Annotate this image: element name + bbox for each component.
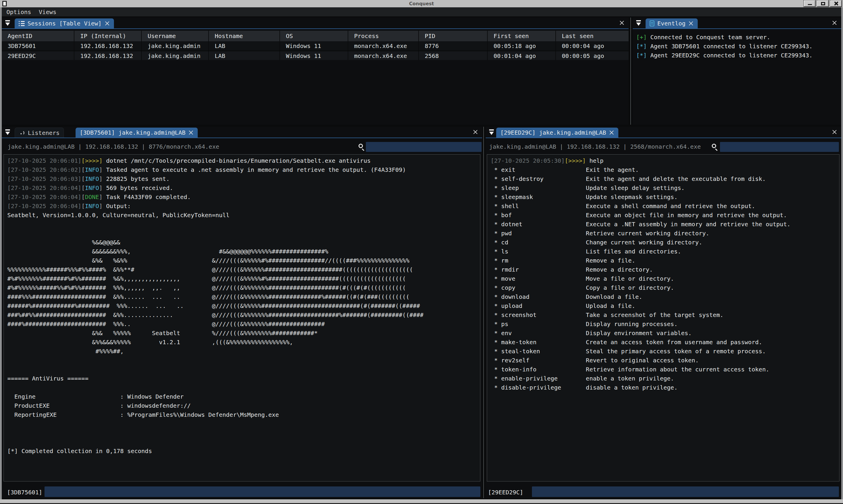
table-cell: monarch.x64.exe [348, 41, 418, 51]
minimize-button[interactable] [804, 0, 815, 7]
terminal-line: ReportingEXE : %ProgramFiles%\Windows De… [7, 410, 480, 419]
tab-close-icon[interactable] [105, 21, 110, 26]
column-header[interactable]: First seen [487, 31, 555, 41]
help-line: * self-destroy Exit the agent and delete… [491, 175, 839, 183]
tab-agent-3db75601[interactable]: [3DB75601] jake.king.admin@LAB [75, 128, 198, 138]
eventlog-icon [650, 20, 654, 26]
help-line: * ls List files and directories. [491, 247, 839, 256]
help-line: * pwd Retrieve current working directory… [491, 229, 839, 238]
search-input-right[interactable] [720, 142, 839, 152]
table-list-icon [19, 21, 24, 26]
table-cell: monarch.x64.exe [348, 51, 418, 60]
search-input-left[interactable] [366, 142, 481, 152]
help-line: * upload Upload a file. [491, 302, 839, 310]
table-cell: LAB [208, 51, 279, 60]
table-cell: Windows 11 [279, 51, 348, 60]
top-pane-divider[interactable] [630, 18, 631, 125]
help-line: * steal-token Steal the primary access t… [491, 347, 839, 356]
menubar: OptionsViews [2, 7, 841, 16]
window-bottom-border [0, 499, 843, 503]
column-header[interactable]: PID [418, 31, 487, 41]
help-line: * move Move a file or directory. [491, 274, 839, 283]
close-icon [833, 1, 838, 6]
terminal-line: Engine : Windows Defender [7, 392, 480, 401]
tab-agent-29eed29c[interactable]: [29EED29C] jake.king.admin@LAB [496, 128, 618, 138]
help-line: * cd Change current working directory. [491, 238, 839, 247]
terminal-line: [27-10-2025 20:06:04][INFO] Output: [7, 202, 480, 211]
minimize-icon [808, 4, 812, 5]
terminal-line [7, 419, 480, 429]
column-header[interactable]: AgentID [2, 31, 74, 41]
agent-right-pane-close-icon[interactable] [832, 129, 837, 134]
tab-label: Listeners [28, 129, 59, 137]
agent-left-pane-close-icon[interactable] [473, 129, 478, 134]
command-input-right[interactable] [532, 486, 839, 497]
terminal-line: [27-10-2025 20:06:01][>>>>] dotnet /mnt/… [7, 156, 480, 165]
collapse-chevron-icon[interactable] [635, 19, 643, 27]
tab-underline [486, 138, 841, 138]
column-header[interactable]: Hostname [208, 31, 279, 41]
column-header[interactable]: Username [141, 31, 208, 41]
terminal-line: #%#%%%%%%%#######%#%%####### %&%,,,,,,,,… [7, 274, 480, 283]
prompt-label-right: [29EED29C] [488, 489, 523, 496]
tab-eventlog[interactable]: Eventlog [646, 18, 698, 29]
close-button[interactable] [830, 0, 842, 7]
agent-left-pane-header: Listeners [3DB75601] jake.king.admin@LAB [2, 127, 482, 138]
event-line: [*] Agent 3DB75601 connected to listener… [636, 42, 839, 51]
tab-close-icon[interactable] [188, 130, 194, 135]
help-line: * exit Exit the agent. [491, 165, 839, 175]
table-row[interactable]: 3DB75601192.168.168.132jake.king.adminLA… [2, 41, 629, 51]
sessions-table-header: AgentIDIP (Internal)UsernameHostnameOSPr… [2, 31, 629, 41]
column-header[interactable]: Last seen [555, 31, 629, 41]
terminal-line: [27-10-2025 20:06:02][INFO] Tasked agent… [7, 165, 480, 175]
help-line: * copy Copy a file or directory. [491, 283, 839, 292]
tab-close-icon[interactable] [688, 21, 693, 26]
collapse-chevron-icon[interactable] [4, 128, 12, 137]
command-input-left[interactable] [45, 486, 480, 497]
window-titlebar: Conquest [0, 0, 843, 7]
window-icon [2, 1, 7, 6]
search-icon [358, 144, 363, 148]
help-line: * disable-privilege disable a token priv… [491, 383, 839, 392]
help-line: * sleep Update sleep delay settings. [491, 183, 839, 193]
sessions-pane: Sessions [Table View] AgentIDIP (Interna… [2, 18, 629, 125]
column-header[interactable]: Process [348, 31, 418, 41]
tab-close-icon[interactable] [609, 130, 614, 135]
table-cell: 00:01:04 ago [487, 51, 555, 60]
terminal-line: [27-10-2025 20:05:30][>>>>] help [491, 156, 839, 165]
terminal-line [7, 437, 480, 447]
help-line: * enable-privilege enable a token privil… [491, 374, 839, 383]
maximize-button[interactable] [817, 0, 829, 7]
table-cell: 192.168.168.132 [74, 51, 141, 60]
tab-listeners[interactable]: Listeners [15, 128, 64, 138]
collapse-chevron-icon[interactable] [488, 128, 496, 137]
terminal-line: [27-10-2025 20:06:03][INFO] 228825 bytes… [7, 175, 480, 183]
menu-item-options[interactable]: Options [6, 8, 31, 16]
tab-underline [633, 29, 841, 29]
terminal-line: [27-10-2025 20:06:04][INFO] 569 bytes re… [7, 183, 480, 193]
terminal-line [7, 220, 480, 229]
terminal-line: %%%%%%%%%%%######%%%#%%####% &%%**# @///… [7, 265, 480, 274]
terminal-line [7, 365, 480, 374]
table-cell: 00:00:04 ago [555, 41, 629, 51]
tab-sessions-table-view[interactable]: Sessions [Table View] [15, 18, 114, 29]
table-cell: 2568 [418, 51, 487, 60]
bottom-pane-divider[interactable] [483, 127, 484, 498]
event-line: [*] Agent 29EED29C connected to listener… [636, 51, 839, 60]
table-cell: jake.king.admin [141, 41, 208, 51]
help-line: * rmdir Remove a directory. [491, 265, 839, 274]
table-cell: 29EED29C [2, 51, 74, 60]
eventlog-pane-close-icon[interactable] [832, 20, 837, 25]
sessions-pane-close-icon[interactable] [619, 20, 625, 25]
terminal-line: %&&@@@&& [7, 238, 480, 247]
terminal-line: [27-10-2025 20:06:04][DONE] Task F4A33F0… [7, 193, 480, 202]
table-row[interactable]: 29EED29C192.168.168.132jake.king.adminLA… [2, 51, 629, 60]
menu-item-views[interactable]: Views [39, 8, 56, 16]
table-cell: 00:05:18 ago [487, 41, 555, 51]
help-line: * screenshot Take a screenshot of the ta… [491, 310, 839, 320]
column-header[interactable]: OS [279, 31, 348, 41]
table-cell: 3DB75601 [2, 41, 74, 51]
collapse-chevron-icon[interactable] [4, 19, 12, 27]
terminal-line [7, 383, 480, 392]
column-header[interactable]: IP (Internal) [74, 31, 141, 41]
